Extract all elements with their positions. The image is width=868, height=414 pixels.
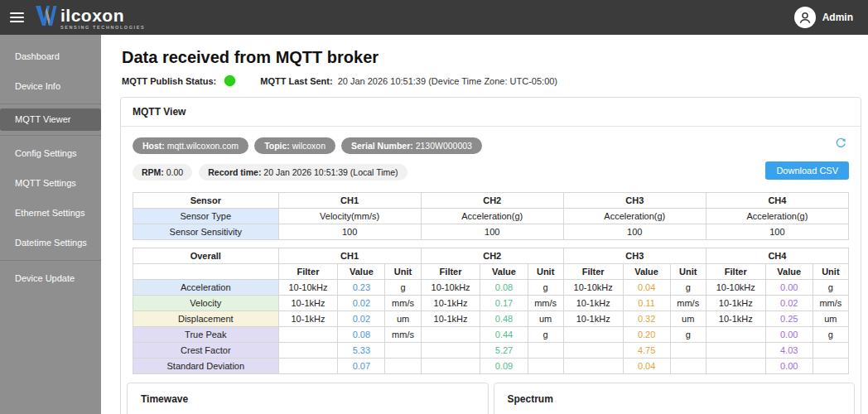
unit-cell <box>670 343 706 359</box>
filter-cell <box>563 359 623 374</box>
value-cell: 0.02 <box>765 296 813 311</box>
unit-cell: g <box>813 327 848 343</box>
filter-cell: 10-10kHz <box>278 280 338 296</box>
unit-cell: um <box>528 311 563 327</box>
sidebar-item-device-info[interactable]: Device Info <box>0 71 101 101</box>
filter-cell <box>706 359 765 374</box>
filter-cell <box>278 327 338 343</box>
sidebar-item-ethernet-settings[interactable]: Ethernet Settings <box>0 198 101 228</box>
last-sent-value: 20 Jan 2026 10:51:39 (Device Time Zone: … <box>338 76 557 86</box>
sidebar-item-mqtt-viewer[interactable]: MQTT Viewer <box>0 108 101 131</box>
rpm-value: 0.00 <box>166 167 183 177</box>
sensor-cell: Velocity(mm/s) <box>278 209 421 224</box>
timewave-section: Timewave Time Period: sec Download CSV <box>127 383 489 414</box>
rpm-badge: RPM: 0.00 <box>133 164 192 181</box>
filter-cell <box>278 343 338 359</box>
subheader-cell: Value <box>338 264 385 280</box>
value-cell: 0.04 <box>623 359 670 374</box>
timewave-title: Timewave <box>141 393 475 405</box>
sidebar-item-datetime-settings[interactable]: Datetime Settings <box>0 228 101 258</box>
unit-cell: g <box>385 280 421 296</box>
value-cell: 0.25 <box>765 311 813 327</box>
subheader-cell: Unit <box>528 264 563 280</box>
hamburger-menu-icon[interactable] <box>0 12 31 22</box>
filter-cell <box>421 343 480 359</box>
filter-cell <box>278 359 338 374</box>
value-cell: 0.44 <box>480 327 528 343</box>
badge-row: Host: mqtt.wilcoxon.comTopic: wilcoxonSe… <box>121 127 861 158</box>
value-cell: 0.11 <box>623 296 670 311</box>
value-cell: 0.00 <box>765 359 813 374</box>
value-cell: 4.75 <box>623 343 670 359</box>
subheader-cell: Filter <box>421 264 480 280</box>
value-cell: 5.33 <box>338 343 385 359</box>
channel-header: CH3 <box>563 248 706 264</box>
info-badge: Host: mqtt.wilcoxon.com <box>133 137 248 154</box>
subheader-cell: Value <box>480 264 528 280</box>
publish-status-indicator <box>224 75 235 86</box>
filter-cell: 10-10kHz <box>421 280 480 296</box>
value-cell: 4.03 <box>765 343 813 359</box>
overall-row-label: Crest Factor <box>133 343 279 359</box>
unit-cell <box>528 343 563 359</box>
user-avatar-icon <box>794 7 816 28</box>
mqtt-status-row: MQTT Publish Status: MQTT Last Sent: 20 … <box>122 75 868 86</box>
subheader-cell: Value <box>765 264 813 280</box>
sensor-table-header-row: SensorCH1CH2CH3CH4 <box>133 193 849 209</box>
refresh-icon[interactable] <box>834 136 847 149</box>
sensor-cell: 100 <box>421 224 563 240</box>
subheader-cell: Unit <box>813 264 848 280</box>
download-csv-button[interactable]: Download CSV <box>765 161 849 180</box>
sensor-row-label: Sensor Sensitivity <box>133 224 279 240</box>
spectrum-section: Spectrum Frequency: Hz Download CSV <box>494 383 856 414</box>
brand-logo: ilcoxon SENSING TECHNOLOGIES <box>35 5 145 31</box>
channel-header: CH2 <box>421 248 563 264</box>
unit-cell: g <box>813 280 848 296</box>
page-title: Data received from MQTT broker <box>122 48 868 67</box>
filter-cell <box>706 343 765 359</box>
sidebar-item-dashboard[interactable]: Dashboard <box>0 41 101 71</box>
unit-cell: mm/s <box>670 296 706 311</box>
user-menu[interactable]: Admin <box>794 7 868 28</box>
subheader-cell: Unit <box>670 264 706 280</box>
filter-cell: 10-1kHz <box>421 296 480 311</box>
sensor-table-header: CH1 <box>278 193 421 209</box>
overall-row-label: Standard Deviation <box>133 359 279 374</box>
record-time-label: Record time: <box>208 167 261 177</box>
sensor-row-label: Sensor Type <box>133 209 279 224</box>
meta-row: RPM: 0.00 Record time: 20 Jan 2026 10:51… <box>121 158 861 190</box>
sidebar-item-device-update[interactable]: Device Update <box>0 263 101 293</box>
unit-cell: mm/s <box>813 296 848 311</box>
sidebar-divider <box>0 135 101 136</box>
user-name: Admin <box>822 12 853 23</box>
unit-cell <box>670 359 706 374</box>
overall-table-row: Velocity10-1kHz0.02mm/s10-1kHz0.17mm/s10… <box>133 296 849 311</box>
unit-cell: g <box>528 280 563 296</box>
overall-table-row: Acceleration10-10kHz0.23g10-10kHz0.08g10… <box>133 280 849 296</box>
sensor-table-row: Sensor Sensitivity100100100100 <box>133 224 849 240</box>
sidebar-item-mqtt-settings[interactable]: MQTT Settings <box>0 168 101 198</box>
bottom-row: Timewave Time Period: sec Download CSV S… <box>127 383 855 414</box>
sidebar-item-config-settings[interactable]: Config Settings <box>0 138 101 168</box>
unit-cell <box>813 343 848 359</box>
overall-header-row: OverallCH1CH2CH3CH4 <box>133 248 849 264</box>
unit-cell: um <box>385 311 421 327</box>
filter-cell: 10-1kHz <box>706 311 765 327</box>
value-cell: 0.09 <box>480 359 528 374</box>
overall-row-label: Velocity <box>133 296 279 311</box>
value-cell: 0.00 <box>765 327 813 343</box>
filter-cell: 10-10kHz <box>563 280 623 296</box>
unit-cell <box>385 343 421 359</box>
unit-cell: mm/s <box>385 327 421 343</box>
unit-cell: g <box>670 327 706 343</box>
sensor-table-header: CH4 <box>706 193 848 209</box>
subheader-cell: Filter <box>563 264 623 280</box>
unit-cell: mm/s <box>385 296 421 311</box>
overall-table-row: Displacement10-1kHz0.02um10-1kHz0.48um10… <box>133 311 849 327</box>
wilcoxon-w-icon <box>35 5 60 26</box>
unit-cell: g <box>528 327 563 343</box>
filter-cell: 10-1kHz <box>278 296 338 311</box>
value-cell: 5.27 <box>480 343 528 359</box>
unit-cell <box>385 359 421 374</box>
filter-cell: 10-1kHz <box>421 311 480 327</box>
